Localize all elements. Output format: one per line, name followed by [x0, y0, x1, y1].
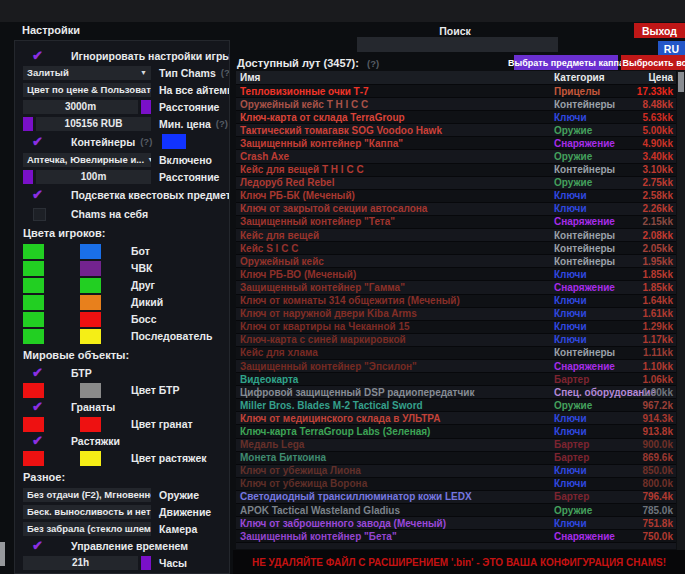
table-row[interactable]: Тактический томагавк SOG Voodoo Hawk Ору… — [236, 124, 676, 137]
items-mode-dropdown[interactable]: Цвет по цене & Пользователь ▼ — [23, 83, 151, 97]
window-titlebar[interactable] — [0, 0, 685, 22]
setting-grenades[interactable]: Гранаты — [23, 399, 223, 414]
table-row[interactable]: Оружейный кейс Контейнеры 1.95kk — [236, 255, 676, 268]
table-row[interactable]: Кейс для вещей T H I C C Контейнеры 3.10… — [236, 164, 676, 177]
setting-chams-self[interactable]: Chams на себя — [23, 205, 223, 222]
min-price-color-swatch[interactable] — [23, 117, 33, 131]
column-header-price[interactable]: Цена — [624, 72, 676, 83]
setting-time-control[interactable]: Управление временем — [23, 538, 223, 553]
table-scrollbar[interactable] — [677, 71, 685, 550]
setting-containers[interactable]: Контейнеры (?) — [23, 133, 223, 150]
table-row[interactable]: Ключ-карта с синей маркировкой Ключи 1.1… — [236, 334, 676, 347]
table-row[interactable]: Защищенный контейнер "Каппа" Снаряжение … — [236, 137, 676, 150]
btr-color-swatch-2[interactable] — [80, 383, 101, 398]
table-row[interactable]: Цифровой защищенный DSP радиопередатчик … — [236, 386, 676, 399]
edge-handle[interactable] — [0, 542, 5, 566]
tripwire-color-swatch-2[interactable] — [80, 451, 101, 466]
table-row[interactable]: Ключ от заброшенного завода (Меченый) Кл… — [236, 517, 676, 530]
setting-ignore-game[interactable]: Игнорировать настройки игры (?) — [23, 48, 223, 63]
checkbox-time-control[interactable] — [31, 539, 47, 553]
table-row[interactable]: Светодиодный трансиллюминатор кожи LEDX … — [236, 491, 676, 504]
table-row[interactable]: Ключ от наружной двери Kiba Arms Ключи 1… — [236, 308, 676, 321]
table-row[interactable]: Ключ РБ-ВО (Меченый) Ключи 1.85kk — [236, 268, 676, 281]
btr-color-swatch-1[interactable] — [23, 383, 44, 398]
table-row[interactable]: Защищенный контейнер "Тета" Снаряжение 2… — [236, 216, 676, 229]
table-row[interactable]: Кейс для хлама Контейнеры 1.11kk — [236, 347, 676, 360]
containers-color-swatch[interactable] — [162, 134, 186, 149]
setting-tripwires[interactable]: Растяжки — [23, 433, 223, 448]
player-type-color-swatch[interactable] — [80, 261, 101, 276]
drop-all-button[interactable]: Выбросить все — [621, 55, 685, 70]
containers-distance-input[interactable]: 100m — [36, 170, 151, 184]
hours-color-swatch[interactable] — [141, 556, 151, 570]
distance-color-swatch[interactable] — [141, 100, 151, 114]
table-row[interactable]: Ключ РБ-БК (Меченый) Ключи 2.58kk — [236, 190, 676, 203]
hours-input[interactable]: 21h — [23, 556, 138, 570]
table-row[interactable]: Ключ от убежища Ворона Ключи 800.0k — [236, 478, 676, 491]
player-visible-color-swatch[interactable] — [23, 278, 44, 293]
tripwire-color-swatch-1[interactable] — [23, 451, 44, 466]
player-type-color-swatch[interactable] — [80, 278, 101, 293]
setting-quest-items[interactable]: Подсветка квестовых предметов — [23, 186, 223, 203]
table-row[interactable]: Crash Axe Оружие 3.40kk — [236, 150, 676, 163]
grenade-color-swatch-2[interactable] — [80, 417, 101, 432]
player-type-color-swatch[interactable] — [80, 244, 101, 259]
player-type-color-swatch[interactable] — [80, 295, 101, 310]
setting-btr[interactable]: БТР — [23, 365, 223, 380]
distance-input[interactable]: 3000m — [23, 100, 138, 114]
column-header-name[interactable]: Имя — [236, 72, 554, 83]
table-row[interactable]: Кейс S I C C Контейнеры 2.05kk — [236, 242, 676, 255]
language-button[interactable]: RU — [658, 41, 685, 56]
min-price-input[interactable]: 105156 RUB — [36, 117, 151, 131]
exit-button[interactable]: Выход — [634, 23, 685, 38]
checkbox-tripwires[interactable] — [31, 434, 47, 448]
table-row[interactable]: Miller Bros. Blades M-2 Tactical Sword О… — [236, 399, 676, 412]
help-icon[interactable]: (?) — [216, 118, 228, 129]
table-row[interactable]: Монета Биткоина Бартер 869.6k — [236, 452, 676, 465]
help-icon[interactable]: (?) — [221, 67, 230, 78]
table-row[interactable]: Защищенный контейнер "Эпсилон" Снаряжени… — [236, 360, 676, 373]
table-row[interactable]: Оружейный кейс T H I C C Контейнеры 8.48… — [236, 98, 676, 111]
weapon-dropdown[interactable]: Без отдачи (F2), Мгновенное п ▼ — [23, 488, 151, 502]
player-type-color-swatch[interactable] — [80, 312, 101, 327]
checkbox-ignore-game[interactable] — [31, 49, 47, 63]
table-row[interactable]: Видеокарта Бартер 1.06kk — [236, 373, 676, 386]
table-row[interactable]: Ключ от убежища Лиона Ключи 850.0k — [236, 465, 676, 478]
player-visible-color-swatch[interactable] — [23, 261, 44, 276]
checkbox-grenades[interactable] — [31, 400, 47, 414]
checkbox-quest-items[interactable] — [31, 188, 47, 202]
chams-type-dropdown[interactable]: Залитый ▼ — [23, 66, 151, 80]
containers-distance-color-swatch[interactable] — [23, 170, 33, 184]
player-visible-color-swatch[interactable] — [23, 295, 44, 310]
table-row[interactable]: Ключ от квартиры на Чеканной 15 Ключи 1.… — [236, 321, 676, 334]
table-row[interactable]: Ключ от медицинского склада в УЛЬТРА Клю… — [236, 412, 676, 425]
table-row[interactable]: Ключ-карта от склада TerraGroup Ключи 5.… — [236, 111, 676, 124]
movement-dropdown[interactable]: Беск. выносливость и нет уста ▼ — [23, 505, 151, 519]
table-row[interactable]: Ключ от комнаты 314 общежития (Меченый) … — [236, 295, 676, 308]
search-input[interactable] — [357, 37, 558, 52]
checkbox-btr[interactable] — [31, 366, 47, 380]
table-row[interactable]: Ключ от закрытой секции автосалона Ключи… — [236, 203, 676, 216]
table-row[interactable]: Ледоруб Red Rebel Оружие 2.75kk — [236, 177, 676, 190]
containers-filter-dropdown[interactable]: Аптечка, Ювелирные и... ▼ — [23, 153, 151, 167]
player-visible-color-swatch[interactable] — [23, 329, 44, 344]
table-row[interactable]: Ключ-карта TerraGroup Labs (Зеленая) Клю… — [236, 425, 676, 438]
column-header-category[interactable]: Категория — [554, 72, 624, 83]
grenade-color-swatch-1[interactable] — [23, 417, 44, 432]
scrollbar-thumb[interactable] — [678, 72, 684, 92]
table-row[interactable]: Защищенный контейнер "Гамма" Снаряжение … — [236, 281, 676, 294]
checkbox-chams-self[interactable] — [31, 207, 47, 221]
player-visible-color-swatch[interactable] — [23, 312, 44, 327]
table-row[interactable]: Защищенный контейнер "Бета" Снаряжение 7… — [236, 530, 676, 543]
table-row[interactable]: APOK Tactical Wasteland Gladius Оружие 7… — [236, 504, 676, 517]
table-row[interactable]: Кейс для вещей Контейнеры 2.08kk — [236, 229, 676, 242]
camera-dropdown[interactable]: Без забрала (стекло шлема) ▼ — [23, 522, 151, 536]
player-visible-color-swatch[interactable] — [23, 244, 44, 259]
player-type-color-swatch[interactable] — [80, 329, 101, 344]
table-row[interactable]: Тепловизионные очки Т-7 Прицелы 17.33kk — [236, 85, 676, 98]
checkbox-containers[interactable] — [31, 135, 47, 149]
table-row[interactable]: Медаль Lega Бартер 900.0k — [236, 439, 676, 452]
help-icon[interactable]: (?) — [367, 58, 379, 69]
help-icon[interactable]: (?) — [140, 136, 152, 147]
select-kappa-items-button[interactable]: Выбрать предметы каппа — [514, 55, 618, 70]
